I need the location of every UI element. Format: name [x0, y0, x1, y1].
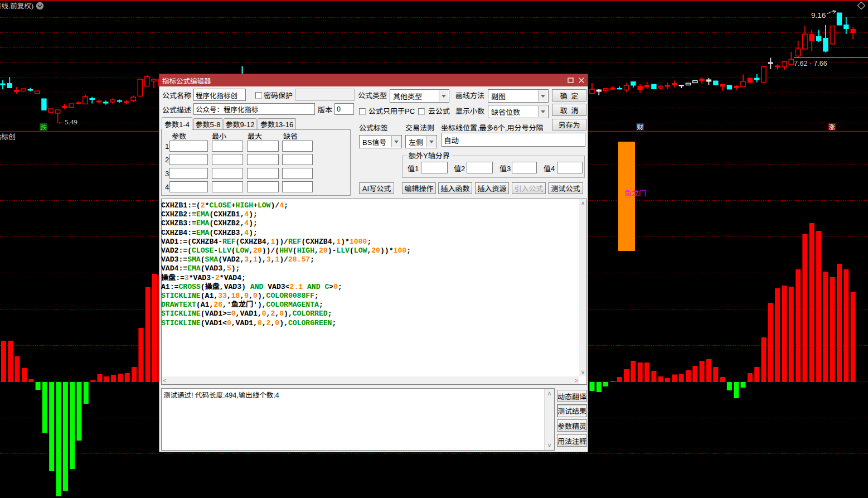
svg-text:←5.49: ←5.49	[57, 116, 77, 127]
svg-text:9.16: 9.16	[811, 11, 826, 20]
svg-text:财: 财	[637, 122, 644, 131]
svg-text:7.62 - 7.66: 7.62 - 7.66	[794, 60, 827, 67]
svg-text:涨: 涨	[829, 122, 836, 131]
svg-text:跌: 跌	[40, 122, 47, 132]
svg-text:日线.前复权): 日线.前复权)	[0, 0, 33, 11]
svg-text:指标创: 指标创	[0, 131, 16, 142]
svg-text:鱼龙门: 鱼龙门	[624, 187, 646, 198]
